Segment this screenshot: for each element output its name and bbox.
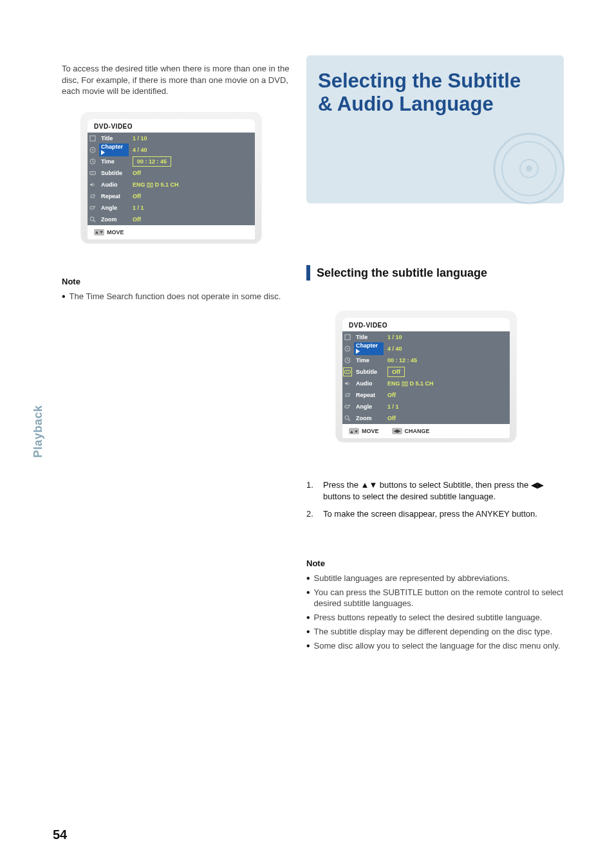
osd-panel-b: DVD-VIDEO Title1 / 10Chapter 4 / 40Time0… (336, 311, 516, 442)
osd-row-label: Repeat (353, 392, 384, 398)
osd-rows: Title1 / 10Chapter 4 / 40Time00 : 12 : 4… (342, 331, 510, 424)
osd-row-value: Off (384, 367, 510, 377)
bullet: • (306, 573, 310, 584)
disc-icon (490, 130, 568, 207)
note-item: •The subtitle display may be different d… (306, 626, 564, 638)
osd-footer-move: ▲▼ MOVE (349, 428, 379, 434)
osd-footer: ▲▼ MOVE ◀▶ CHANGE (342, 424, 510, 438)
page-title: Selecting the Subtitle & Audio Language (318, 69, 552, 115)
note-text: Subtitle languages are represented by ab… (314, 573, 510, 584)
note-label: Note (306, 559, 325, 568)
osd-row-label: Zoom (353, 415, 384, 421)
clock-icon (88, 158, 98, 165)
move-label: MOVE (362, 428, 379, 434)
note-label: Note (62, 277, 80, 286)
svg-rect-0 (90, 136, 95, 141)
svg-point-8 (94, 206, 95, 207)
step: 1.Press the ▲▼ buttons to select Subtitl… (306, 479, 564, 502)
osd-row-value: Off (384, 392, 510, 398)
osd-row[interactable]: Chapter 4 / 40 (88, 144, 255, 156)
note-text: The Time Search function does not operat… (70, 291, 281, 302)
osd-header: DVD-VIDEO (342, 322, 510, 331)
angle-icon (342, 403, 353, 410)
note-block-left: Note • The Time Search function does not… (62, 275, 293, 302)
note-text: You can press the SUBTITLE button on the… (314, 587, 564, 609)
svg-line-10 (93, 220, 95, 222)
note-item: •Press buttons repeatly to select the de… (306, 612, 564, 623)
osd-panel-a: DVD-VIDEO Title1 / 10Chapter 4 / 40Time0… (81, 113, 261, 243)
osd-row[interactable]: ZoomOff (88, 214, 255, 225)
osd-row[interactable]: AudioENG ▯▯ D 5.1 CH (88, 179, 255, 190)
step-text: To make the screen disappear, press the … (323, 508, 564, 520)
osd-row-label: Zoom (98, 216, 129, 223)
subhead: Selecting the subtitle language (317, 266, 487, 280)
bullet: • (306, 640, 310, 652)
osd-row-value: 4 / 40 (384, 346, 510, 352)
osd-row-value: 00 : 12 : 45 (129, 156, 255, 167)
svg-point-17 (347, 348, 348, 349)
subtitle-icon (342, 367, 353, 376)
bullet: • (306, 587, 310, 609)
title-icon (342, 334, 353, 340)
osd-row[interactable]: Angle1 / 1 (342, 401, 510, 412)
clock-icon (342, 357, 353, 364)
svg-point-9 (90, 217, 94, 221)
note-block-right: Note •Subtitle languages are represented… (306, 557, 564, 652)
title-icon (88, 135, 98, 142)
osd-row[interactable]: Time00 : 12 : 45 (88, 156, 255, 167)
step-number: 1. (306, 479, 318, 502)
step-text: Press the ▲▼ buttons to select Subtitle,… (323, 479, 564, 502)
title-block: Selecting the Subtitle & Audio Language (306, 55, 564, 203)
osd-row[interactable]: ZoomOff (342, 412, 510, 424)
steps: 1.Press the ▲▼ buttons to select Subtitl… (306, 479, 564, 520)
left-column: To access the desired title when there i… (62, 55, 293, 302)
repeat-icon (342, 392, 353, 398)
right-column: Selecting the Subtitle & Audio Language … (306, 55, 564, 652)
osd-row[interactable]: Title1 / 10 (88, 133, 255, 144)
osd-row-label: Chapter (353, 342, 384, 355)
note-text: Press buttons repeatly to select the des… (314, 612, 543, 623)
step: 2.To make the screen disappear, press th… (306, 508, 564, 520)
osd-row-label: Subtitle (353, 369, 384, 375)
osd-row-label: Audio (353, 380, 384, 387)
osd-row-label: Time (98, 158, 129, 165)
osd-row-value: Off (129, 216, 255, 223)
osd-row[interactable]: SubtitleOff (88, 167, 255, 179)
move-chip: ▲▼ (94, 229, 104, 235)
osd-row[interactable]: AudioENG ▯▯ D 5.1 CH (342, 378, 510, 389)
osd-row-value: 00 : 12 : 45 (384, 357, 510, 364)
osd-row-label: Angle (353, 403, 384, 410)
osd-row-label: Angle (98, 205, 129, 211)
osd-row-value: ENG ▯▯ D 5.1 CH (129, 181, 255, 188)
osd-row-value: 1 / 10 (384, 334, 510, 340)
subtitle-icon (88, 170, 98, 176)
osd-row[interactable]: RepeatOff (88, 190, 255, 202)
osd-footer-change: ◀▶ CHANGE (392, 428, 430, 434)
osd-footer-move: ▲▼ MOVE (94, 229, 124, 235)
osd-row-value: 1 / 10 (129, 135, 255, 142)
osd-row[interactable]: Angle1 / 1 (88, 202, 255, 214)
osd-row-value: 1 / 1 (384, 403, 510, 410)
osd-row-value: ENG ▯▯ D 5.1 CH (384, 380, 510, 387)
svg-point-24 (345, 416, 349, 420)
osd-row-label: Repeat (98, 193, 129, 199)
osd-row-label: Title (98, 135, 129, 142)
osd-row[interactable]: Chapter 4 / 40 (342, 343, 510, 355)
change-chip: ◀▶ (392, 428, 402, 434)
move-chip: ▲▼ (349, 428, 359, 434)
note-item: •Some disc allow you to select the langu… (306, 640, 564, 652)
osd-row[interactable]: RepeatOff (342, 389, 510, 401)
osd-row[interactable]: Time00 : 12 : 45 (342, 355, 510, 366)
bullet: • (306, 612, 310, 623)
svg-point-14 (526, 165, 532, 172)
osd-row[interactable]: SubtitleOff (342, 366, 510, 378)
page-number: 54 (53, 827, 67, 842)
repeat-icon (88, 193, 98, 199)
osd-row-value: 4 / 40 (129, 147, 255, 153)
note-text: Some disc allow you to select the langua… (314, 640, 561, 652)
speaker-icon (342, 380, 353, 387)
osd-row[interactable]: Title1 / 10 (342, 331, 510, 343)
osd-row-value: Off (129, 193, 255, 199)
osd-rows: Title1 / 10Chapter 4 / 40Time00 : 12 : 4… (88, 133, 255, 225)
change-label: CHANGE (405, 428, 430, 434)
